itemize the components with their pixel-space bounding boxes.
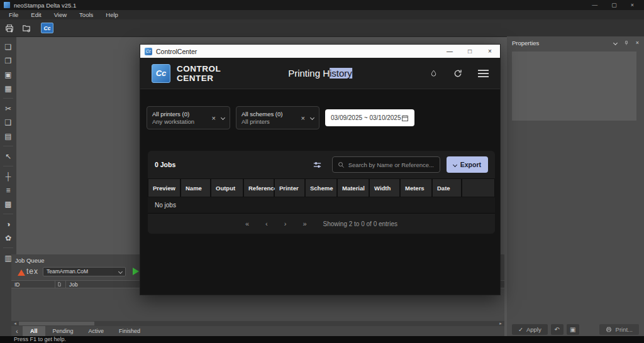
- clear-filter-icon[interactable]: ×: [301, 114, 305, 122]
- clear-filter-icon[interactable]: ×: [212, 114, 216, 122]
- prev-page-button[interactable]: ‹: [265, 220, 268, 227]
- select-cursor-icon[interactable]: ↖: [0, 151, 16, 161]
- paste-icon[interactable]: ▤: [0, 131, 16, 141]
- column-doc[interactable]: [55, 281, 66, 288]
- print-setup-button[interactable]: [3, 23, 16, 34]
- properties-preview-box: [512, 52, 636, 121]
- schemes-filter-text: All schemes (0) All printers: [242, 111, 282, 126]
- list-view-icon[interactable]: ≡: [0, 185, 16, 195]
- ink-droplet-icon[interactable]: [430, 68, 438, 79]
- dock-icon: ▣: [570, 326, 575, 333]
- cut-icon[interactable]: ✂: [0, 103, 16, 114]
- first-page-button[interactable]: «: [245, 220, 249, 227]
- schemes-filter-line1: All schemes (0): [242, 111, 282, 118]
- start-queue-button[interactable]: [133, 268, 139, 275]
- tab-pending[interactable]: Pending: [45, 326, 81, 336]
- scroll-right-icon[interactable]: ▸: [497, 321, 504, 326]
- brand-line1: CONTROL: [177, 64, 221, 74]
- dialog-minimize-button[interactable]: —: [440, 45, 460, 58]
- controlcenter-toolbar-button[interactable]: Cc: [41, 23, 53, 33]
- open-file-icon[interactable]: ❐: [0, 55, 16, 66]
- column-id[interactable]: ID: [11, 281, 55, 288]
- menu-tools[interactable]: Tools: [73, 11, 99, 18]
- dock-button[interactable]: ▣: [567, 324, 579, 335]
- column-scheme[interactable]: Scheme: [306, 179, 336, 197]
- controlcenter-titlebar-icon: Cc: [145, 48, 152, 55]
- close-button[interactable]: ×: [631, 2, 634, 8]
- undo-button[interactable]: ↶: [551, 324, 564, 335]
- apply-button[interactable]: ✓ Apply: [512, 324, 548, 335]
- printer-gear-icon: [4, 24, 14, 33]
- job-queue-hscrollbar[interactable]: ◂ ▸: [11, 321, 504, 326]
- rail-separator: [3, 166, 13, 166]
- page-title-selected: istory: [330, 68, 352, 79]
- column-reference[interactable]: Reference: [244, 179, 274, 197]
- scrollbar-thumb[interactable]: [19, 322, 94, 325]
- crop-icon[interactable]: ┼: [0, 171, 16, 182]
- column-filler: [462, 179, 494, 197]
- menu-file[interactable]: File: [3, 11, 25, 18]
- pin-icon[interactable]: [624, 40, 629, 46]
- date-range-picker[interactable]: 03/09/2025 ~ 03/10/2025: [325, 109, 414, 126]
- tab-finished[interactable]: Finished: [111, 326, 148, 336]
- app-logo-icon: [4, 2, 10, 8]
- controlcenter-window: Cc ControlCenter — □ × Cc CONTROL CENTER…: [140, 44, 501, 295]
- bottom-actions: ✓ Apply ↶ ▣ Print...: [507, 322, 644, 336]
- main-toolbar: Cc: [0, 19, 644, 37]
- queue-select[interactable]: TeamArman.CoM: [43, 267, 126, 276]
- column-printer[interactable]: Printer: [275, 179, 304, 197]
- jobs-table-header: Preview Name Output Reference Printer Sc…: [148, 178, 495, 197]
- maximize-button[interactable]: ▢: [611, 2, 617, 8]
- status-bar: Press F1 to get help.: [0, 336, 644, 343]
- column-preview[interactable]: Preview: [148, 179, 180, 197]
- column-width[interactable]: Width: [370, 179, 399, 197]
- jobs-card: 0 Jobs Export Preview: [148, 151, 495, 234]
- brand-text: tex: [26, 267, 38, 276]
- jobs-toolbar: 0 Jobs Export: [148, 151, 495, 178]
- menu-view[interactable]: View: [48, 11, 73, 18]
- grid-view-icon[interactable]: ▩: [0, 199, 16, 209]
- tab-active[interactable]: Active: [81, 326, 112, 336]
- tex-brand-logo: tex: [18, 267, 38, 276]
- menu-help[interactable]: Help: [99, 11, 125, 18]
- printers-filter-line1: All printers (0): [152, 111, 194, 118]
- image-gallery-icon[interactable]: ▦: [0, 83, 16, 94]
- column-output[interactable]: Output: [211, 179, 243, 197]
- scroll-left-icon[interactable]: ◂: [11, 321, 19, 326]
- column-date[interactable]: Date: [433, 179, 461, 197]
- tab-all[interactable]: All: [23, 326, 45, 336]
- column-settings-button[interactable]: [312, 160, 323, 170]
- tab-scroll-left-icon[interactable]: ‹: [11, 326, 23, 336]
- color-palette-icon[interactable]: ✿: [0, 232, 16, 243]
- printers-filter-dropdown[interactable]: All printers (0) Any workstation ×: [147, 106, 230, 129]
- export-button[interactable]: Export: [447, 156, 488, 173]
- column-meters[interactable]: Meters: [401, 179, 431, 197]
- column-material[interactable]: Material: [338, 179, 369, 197]
- controlcenter-brand: CONTROL CENTER: [177, 64, 221, 83]
- triangle-logo-icon: [18, 270, 25, 276]
- chevron-down-icon[interactable]: [310, 116, 314, 120]
- dialog-close-button[interactable]: ×: [480, 45, 500, 58]
- minimize-button[interactable]: —: [592, 2, 597, 8]
- sliders-icon: [312, 160, 323, 170]
- chevron-down-icon[interactable]: [221, 116, 225, 120]
- close-panel-icon[interactable]: ×: [636, 40, 639, 46]
- open-hotfolder-button[interactable]: [20, 23, 33, 34]
- search-input[interactable]: [348, 161, 435, 168]
- column-name[interactable]: Name: [181, 179, 210, 197]
- contrast-icon[interactable]: ◑: [0, 219, 16, 229]
- menubar: File Edit View Tools Help: [0, 10, 644, 19]
- new-file-icon[interactable]: ❏: [0, 41, 16, 52]
- last-page-button[interactable]: »: [303, 220, 306, 227]
- controlcenter-logo: Cc: [152, 64, 170, 83]
- hamburger-menu-icon[interactable]: [478, 70, 489, 77]
- menu-edit[interactable]: Edit: [25, 11, 47, 18]
- chevron-down-icon[interactable]: [613, 40, 618, 45]
- schemes-filter-dropdown[interactable]: All schemes (0) All printers ×: [236, 106, 319, 129]
- next-page-button[interactable]: ›: [284, 220, 287, 227]
- copy-icon[interactable]: ❑: [0, 117, 16, 128]
- print-button[interactable]: Print...: [599, 324, 639, 335]
- place-image-icon[interactable]: ▣: [0, 69, 16, 80]
- refresh-icon[interactable]: [453, 68, 463, 79]
- dialog-maximize-button[interactable]: □: [460, 45, 480, 58]
